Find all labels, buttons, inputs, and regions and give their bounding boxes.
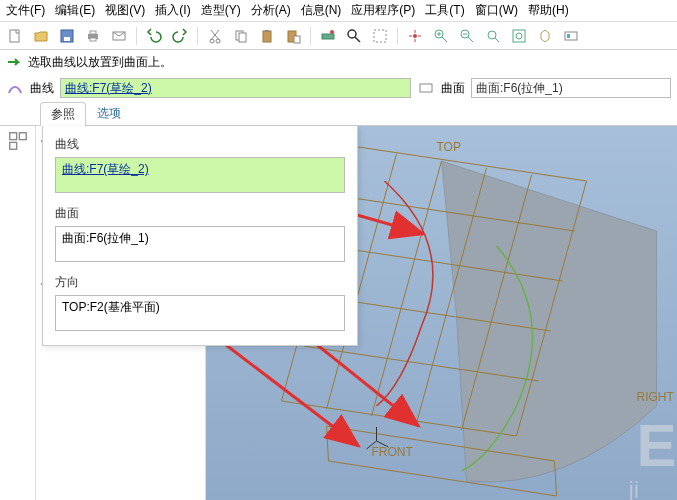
zoom-fit-button[interactable]	[482, 25, 504, 47]
svg-point-16	[330, 30, 334, 34]
svg-rect-25	[565, 32, 577, 40]
email-button[interactable]	[108, 25, 130, 47]
menu-app[interactable]: 应用程序(P)	[351, 2, 415, 19]
menu-view[interactable]: 视图(V)	[105, 2, 145, 19]
svg-rect-23	[513, 30, 525, 42]
svg-point-24	[516, 33, 522, 39]
toolbar-separator	[310, 27, 311, 45]
menu-bar: 文件(F) 编辑(E) 视图(V) 插入(I) 造型(Y) 分析(A) 信息(N…	[0, 0, 677, 22]
menu-file[interactable]: 文件(F)	[6, 2, 45, 19]
view-center-button[interactable]	[404, 25, 426, 47]
find-button[interactable]	[343, 25, 365, 47]
panel-curve-label: 曲线	[55, 136, 345, 153]
copy-button[interactable]	[230, 25, 252, 47]
reference-row: 曲线 曲线:F7(草绘_2) 曲面 曲面:F6(拉伸_1)	[0, 74, 677, 102]
select-filter-button[interactable]	[369, 25, 391, 47]
svg-rect-12	[265, 30, 269, 32]
new-button[interactable]	[4, 25, 26, 47]
svg-text:ji: ji	[628, 476, 640, 500]
open-button[interactable]	[30, 25, 52, 47]
curve-feature-icon	[6, 79, 24, 97]
svg-rect-15	[322, 34, 334, 39]
orient-button[interactable]	[534, 25, 556, 47]
panel-tabs: 参照 选项	[0, 102, 677, 126]
menu-analysis[interactable]: 分析(A)	[251, 2, 291, 19]
svg-rect-29	[19, 133, 26, 140]
panel-surface-label: 曲面	[55, 205, 345, 222]
menu-edit[interactable]: 编辑(E)	[55, 2, 95, 19]
references-panel: 曲线 曲线:F7(草绘_2) 曲面 曲面:F6(拉伸_1) 方向 TOP:F2(…	[42, 126, 358, 346]
svg-rect-28	[9, 133, 16, 140]
svg-point-17	[348, 30, 356, 38]
surface-feature-icon	[417, 79, 435, 97]
svg-rect-30	[9, 142, 16, 149]
undo-button[interactable]	[143, 25, 165, 47]
instruction-bar: 选取曲线以放置到曲面上。	[0, 50, 677, 74]
main-toolbar	[0, 22, 677, 50]
svg-point-8	[216, 39, 220, 43]
axis-label-right: RIGHT	[637, 390, 675, 404]
main-area: 模型 PR 样式 类型 1 ✦	[0, 126, 677, 500]
refit-button[interactable]	[508, 25, 530, 47]
zoom-in-button[interactable]	[430, 25, 452, 47]
svg-rect-0	[10, 30, 19, 42]
paste-button[interactable]	[256, 25, 278, 47]
menu-tools[interactable]: 工具(T)	[425, 2, 464, 19]
svg-point-19	[413, 34, 417, 38]
menu-window[interactable]: 窗口(W)	[475, 2, 518, 19]
menu-insert[interactable]: 插入(I)	[155, 2, 190, 19]
tab-references[interactable]: 参照	[40, 102, 86, 126]
svg-rect-5	[90, 38, 96, 41]
toolbar-separator	[397, 27, 398, 45]
paste-special-button[interactable]	[282, 25, 304, 47]
instruction-arrow-icon	[6, 53, 24, 71]
print-button[interactable]	[82, 25, 104, 47]
save-button[interactable]	[56, 25, 78, 47]
panel-direction-input[interactable]: TOP:F2(基准平面)	[55, 295, 345, 331]
axis-label-front: FRONT	[372, 445, 414, 459]
zoom-out-button[interactable]	[456, 25, 478, 47]
cut-button[interactable]	[204, 25, 226, 47]
menu-help[interactable]: 帮助(H)	[528, 2, 569, 19]
svg-rect-10	[239, 33, 246, 42]
left-gutter	[0, 126, 36, 500]
panel-curve-input[interactable]: 曲线:F7(草绘_2)	[55, 157, 345, 193]
regenerate-button[interactable]	[317, 25, 339, 47]
panel-direction-label: 方向	[55, 274, 345, 291]
svg-point-22	[488, 31, 496, 39]
menu-info[interactable]: 信息(N)	[301, 2, 342, 19]
toolbar-separator	[136, 27, 137, 45]
toolbar-separator	[197, 27, 198, 45]
saved-view-button[interactable]	[560, 25, 582, 47]
surface-ref-field[interactable]: 曲面:F6(拉伸_1)	[471, 78, 671, 98]
menu-model[interactable]: 造型(Y)	[201, 2, 241, 19]
svg-point-7	[210, 39, 214, 43]
svg-rect-11	[263, 31, 271, 42]
redo-button[interactable]	[169, 25, 191, 47]
tree-toggle-button[interactable]	[7, 130, 29, 152]
instruction-text: 选取曲线以放置到曲面上。	[28, 54, 172, 71]
panel-surface-input[interactable]: 曲面:F6(拉伸_1)	[55, 226, 345, 262]
svg-rect-27	[420, 84, 432, 92]
axis-label-top: TOP	[437, 140, 461, 154]
svg-rect-14	[294, 36, 300, 43]
curve-ref-field[interactable]: 曲线:F7(草绘_2)	[60, 78, 411, 98]
tab-options[interactable]: 选项	[86, 101, 132, 125]
svg-rect-18	[374, 30, 386, 42]
svg-rect-26	[567, 34, 570, 38]
surface-ref-label: 曲面	[441, 80, 465, 97]
svg-rect-2	[64, 37, 70, 41]
svg-text:E: E	[637, 412, 677, 479]
curve-ref-label: 曲线	[30, 80, 54, 97]
svg-rect-4	[90, 31, 96, 34]
